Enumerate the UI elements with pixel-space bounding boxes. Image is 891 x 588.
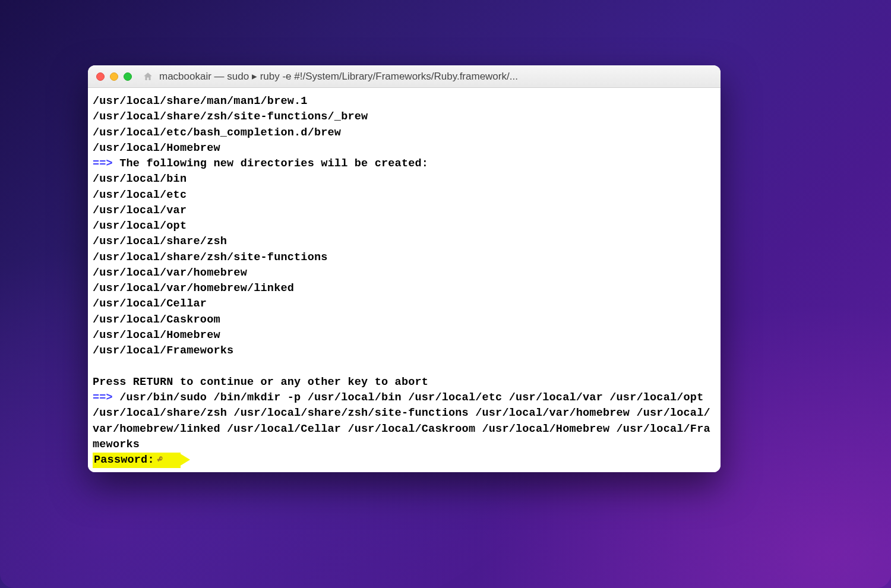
window-titlebar[interactable]: macbookair — sudo ▸ ruby -e #!/System/Li… bbox=[88, 65, 721, 88]
traffic-lights bbox=[96, 72, 132, 81]
terminal-line: /usr/local/share/man/man1/brew.1 bbox=[93, 94, 716, 109]
terminal-line: /usr/local/var/homebrew bbox=[93, 265, 716, 281]
terminal-line: /usr/local/etc bbox=[93, 188, 716, 203]
terminal-line: /usr/local/var bbox=[93, 203, 716, 219]
heading-text: The following new directories will be cr… bbox=[113, 157, 428, 170]
home-icon bbox=[143, 71, 153, 82]
terminal-heading: ==> The following new directories will b… bbox=[93, 156, 716, 172]
highlight-tail-icon bbox=[179, 453, 190, 466]
terminal-line: /usr/local/var/homebrew/linked bbox=[93, 281, 716, 296]
terminal-line: /usr/local/Homebrew bbox=[93, 141, 716, 156]
maximize-button[interactable] bbox=[124, 72, 132, 81]
arrow-prefix: ==> bbox=[93, 391, 113, 404]
terminal-line: /usr/local/share/zsh bbox=[93, 234, 716, 249]
sudo-command-text: /usr/bin/sudo /bin/mkdir -p /usr/local/b… bbox=[93, 391, 710, 451]
terminal-line: /usr/local/Frameworks bbox=[93, 343, 716, 359]
terminal-blank-line bbox=[93, 359, 716, 375]
terminal-line: /usr/local/share/zsh/site-functions/_bre… bbox=[93, 109, 716, 125]
terminal-window: macbookair — sudo ▸ ruby -e #!/System/Li… bbox=[88, 65, 721, 472]
window-title: macbookair — sudo ▸ ruby -e #!/System/Li… bbox=[159, 70, 712, 83]
minimize-button[interactable] bbox=[110, 72, 118, 81]
terminal-line: Press RETURN to continue or any other ke… bbox=[93, 375, 716, 390]
arrow-prefix: ==> bbox=[93, 157, 113, 170]
terminal-line: /usr/local/bin bbox=[93, 172, 716, 187]
terminal-sudo-command: ==> /usr/bin/sudo /bin/mkdir -p /usr/loc… bbox=[93, 390, 716, 453]
terminal-line: /usr/local/Homebrew bbox=[93, 328, 716, 343]
terminal-line: /usr/local/share/zsh/site-functions bbox=[93, 250, 716, 265]
terminal-line: /usr/local/opt bbox=[93, 219, 716, 234]
terminal-line: /usr/local/etc/bash_completion.d/brew bbox=[93, 125, 716, 141]
key-icon bbox=[156, 454, 165, 465]
password-prompt: Password: bbox=[93, 453, 181, 468]
password-prompt-line[interactable]: Password: bbox=[93, 453, 716, 468]
terminal-body[interactable]: /usr/local/share/man/man1/brew.1 /usr/lo… bbox=[88, 88, 721, 472]
password-label: Password: bbox=[94, 454, 154, 466]
close-button[interactable] bbox=[96, 72, 105, 81]
terminal-line: /usr/local/Caskroom bbox=[93, 312, 716, 328]
terminal-line: /usr/local/Cellar bbox=[93, 296, 716, 312]
